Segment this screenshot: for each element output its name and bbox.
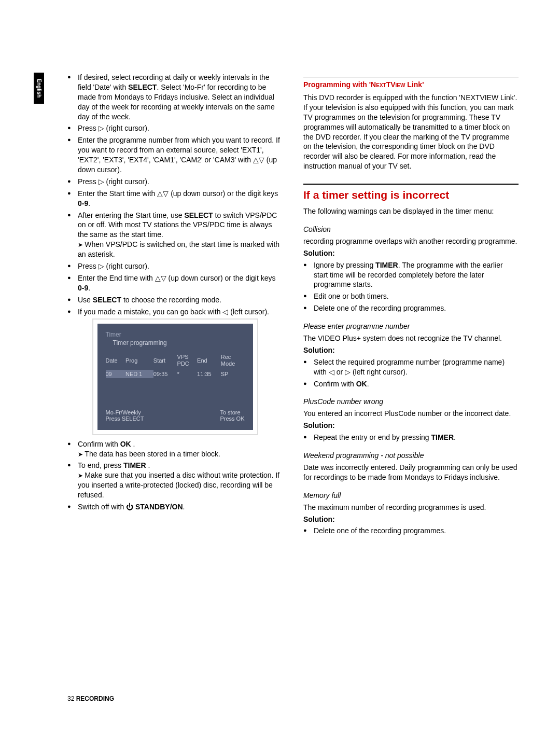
step-rec-mode: Use SELECT to choose the recording mode.	[67, 295, 283, 305]
para-timer-intro: The following warnings can be displayed …	[303, 206, 519, 216]
step-mistake-back: If you made a mistake, you can go back w…	[67, 307, 283, 317]
th-start: Start	[153, 354, 177, 369]
para-pluscode: You entered an incorrect PlusCode number…	[303, 409, 519, 419]
please-solution-2: Confirm with OK.	[303, 379, 519, 389]
th-date: Date	[106, 354, 126, 369]
step-vps-pdc: After entering the Start time, use SELEC…	[67, 211, 283, 259]
right-column: Programming with 'NextTView Link' This D…	[303, 73, 519, 538]
th-vps: VPSPDC	[177, 354, 198, 369]
divider	[303, 77, 519, 77]
step-press-right-3: Press ▷ (right cursor).	[67, 261, 283, 271]
para-nextview: This DVD recorder is equipped with the f…	[303, 93, 519, 171]
timer-title: Timer	[106, 331, 245, 338]
collision-solution-2: Edit one or both timers.	[303, 292, 519, 301]
heading-pluscode: PlusCode number wrong	[303, 397, 519, 407]
th-rec: RecMode	[221, 354, 245, 369]
collision-solution-1: Ignore by pressing TIMER. The programme …	[303, 260, 519, 290]
label-solution-3: Solution:	[303, 421, 519, 431]
th-prog: Prog	[125, 354, 153, 369]
divider-thick	[303, 184, 519, 185]
step-programme-number: Enter the programme number from which yo…	[67, 135, 283, 175]
language-tab: English	[34, 73, 44, 104]
step-press-right-1: Press ▷ (right cursor).	[67, 123, 283, 133]
heading-collision: Collision	[303, 225, 519, 234]
timer-footer-left: Mo-Fr/Weekly Press SELECT	[106, 409, 144, 422]
memory-solution-1: Delete one of the recording programmes.	[303, 526, 519, 536]
step-end-timer: To end, press TIMER . Make sure that you…	[67, 461, 283, 500]
heading-timer-incorrect: If a timer setting is incorrect	[303, 189, 519, 201]
heading-please-enter: Please enter programme number	[303, 322, 519, 331]
para-weekend: Date was incorrectly entered. Daily prog…	[303, 463, 519, 482]
timer-table: Date Prog Start VPSPDC End RecMode 09 NE…	[106, 354, 245, 378]
timer-footer-right: To store Press OK	[220, 409, 244, 422]
vps-note: When VPS/PDC is switched on, the start t…	[78, 240, 283, 259]
step-date-interval: If desired, select recording at daily or…	[67, 73, 283, 121]
heading-memory: Memory full	[303, 491, 519, 501]
step-start-time: Enter the Start time with △▽ (up down cu…	[67, 189, 283, 209]
page-footer: 32 RECORDING	[67, 695, 114, 702]
label-solution-1: Solution:	[303, 248, 519, 258]
timer-row: 09 NED 1 09:35 * 11:35 SP	[106, 370, 245, 378]
heading-nextview: Programming with 'NextTView Link'	[303, 80, 519, 89]
step-end-time: Enter the End time with △▽ (up down curs…	[67, 273, 283, 293]
timer-screen: Timer Timer programming Date Prog Start …	[97, 324, 253, 429]
step-switch-off: Switch off with ⏻ STANDBY/ON.	[67, 502, 283, 512]
para-memory: The maximum number of recording programm…	[303, 503, 519, 512]
th-end: End	[197, 354, 221, 369]
timer-subtitle: Timer programming	[113, 339, 245, 346]
stored-note: The data has been stored in a timer bloc…	[78, 449, 283, 459]
step-confirm-ok: Confirm with OK . The data has been stor…	[67, 439, 283, 459]
heading-weekend: Weekend programming - not possible	[303, 451, 519, 461]
please-solution-1: Select the required programme number (pr…	[303, 357, 519, 377]
collision-solution-3: Delete one of the recording programmes.	[303, 303, 519, 313]
pluscode-solution-1: Repeat the entry or end by pressing TIME…	[303, 433, 519, 442]
left-column: If desired, select recording at daily or…	[67, 73, 283, 538]
label-solution-2: Solution:	[303, 345, 519, 355]
para-please: The VIDEO Plus+ system does not recogniz…	[303, 334, 519, 343]
step-press-right-2: Press ▷ (right cursor).	[67, 177, 283, 187]
write-protect-note: Make sure that you inserted a disc witho…	[78, 470, 283, 500]
label-solution-4: Solution:	[303, 515, 519, 524]
para-collision: recording programme overlaps with anothe…	[303, 237, 519, 246]
